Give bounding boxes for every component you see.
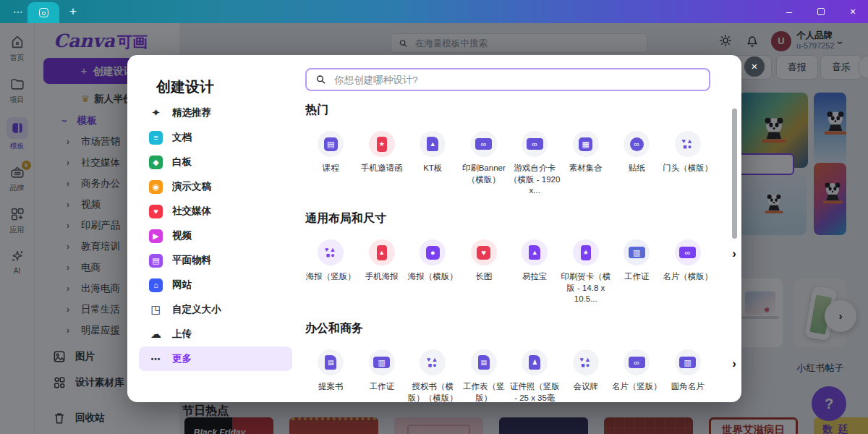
menu-item-icon: ≡	[149, 131, 163, 145]
design-type-tile[interactable]: ▦ 素材集合	[561, 131, 612, 197]
menu-item-icon: •••	[149, 352, 163, 366]
create-design-modal: 创建设计 ✦ 精选推荐 ≡ 文档 ◆ 白板 ◉ 演示文稿 ♥ 社交媒体 ▶ 视频…	[127, 55, 741, 402]
tile-icon: ∞	[471, 131, 497, 157]
design-type-tile[interactable]: ▲ 易拉宝	[509, 239, 561, 305]
section-title: 热门	[305, 103, 733, 118]
design-type-tile[interactable]: ▤ 工作表（竖版）	[459, 349, 510, 402]
maximize-icon	[817, 8, 825, 15]
design-type-tile[interactable]: ∞ 贴纸	[611, 131, 663, 197]
design-type-tile[interactable]: ♥▲■● 会议牌	[561, 349, 612, 402]
menu-item-icon: ♥	[149, 205, 163, 218]
design-section: 办公和商务 ▤ 提案书 ▥ 工作证 ♥▲■● 授权书（横版）（横版） ▤ 工作表…	[305, 321, 733, 402]
tile-icon: ∞	[624, 131, 650, 157]
search-icon	[315, 74, 326, 85]
tile-icon: ▲	[522, 239, 548, 265]
tile-icon: ▦	[573, 131, 599, 157]
modal-menu-item[interactable]: ◉ 演示文稿	[139, 174, 292, 199]
modal-menu-item[interactable]: ♥ 社交媒体	[139, 199, 292, 224]
tile-icon: ▥	[675, 349, 701, 375]
modal-menu-item[interactable]: ◳ 自定义大小	[139, 297, 292, 322]
modal-menu-item[interactable]: ≡ 文档	[139, 125, 292, 150]
modal-menu-item[interactable]: ◆ 白板	[139, 150, 292, 174]
modal-menu-item[interactable]: ▶ 视频	[139, 224, 292, 248]
design-type-tile[interactable]: ∞ 游戏自介卡（横版 - 1920 x...	[509, 131, 561, 197]
browser-tab-active[interactable]	[27, 2, 59, 23]
design-type-tile[interactable]: ▲ KT板	[407, 131, 459, 197]
design-type-tile[interactable]: ▥ 工作证	[611, 239, 663, 305]
design-type-tile[interactable]: ∞ 名片（横版）	[663, 239, 714, 305]
design-type-tile[interactable]: ♥ 长图	[459, 239, 510, 305]
tile-icon: ▤	[318, 131, 344, 157]
design-type-menu: ✦ 精选推荐 ≡ 文档 ◆ 白板 ◉ 演示文稿 ♥ 社交媒体 ▶ 视频 ▤ 平面…	[139, 101, 292, 371]
tile-icon: ▥	[369, 349, 395, 375]
design-type-tile[interactable]: ♥▲■● 海报（竖版）	[305, 239, 357, 305]
design-type-tile[interactable]: ∞ 名片（竖版）	[611, 349, 663, 402]
tile-icon: ★	[573, 239, 599, 265]
tile-icon: ∞	[624, 349, 650, 375]
tile-icon: ♟	[522, 349, 548, 375]
app-canvas: 首页 项目 模板 ♛ 品牌 应用 AI	[0, 23, 868, 434]
window-titlebar: ⋯ + – ×	[0, 0, 868, 23]
tile-icon: ▤	[471, 349, 497, 375]
tile-icon: ▤	[318, 349, 344, 375]
design-type-tile[interactable]: ∞ 印刷Banner（横版）	[459, 131, 510, 197]
design-type-tile[interactable]: ★ 手机邀请函	[357, 131, 408, 197]
tile-icon: ♥▲■●	[675, 131, 701, 157]
design-section: 热门 ▤ 课程 ★ 手机邀请函 ▲ KT板 ∞ 印刷Banner（横版） ∞ 游…	[305, 103, 733, 197]
home-tab-icon	[39, 8, 48, 17]
design-search-bar[interactable]	[305, 68, 710, 91]
design-type-tile[interactable]: ▤ 课程	[305, 131, 357, 197]
close-window-button[interactable]: ×	[848, 0, 858, 23]
tile-icon: ♥	[471, 239, 497, 265]
modal-menu-item[interactable]: ☁ 上传	[139, 322, 292, 346]
design-type-tile[interactable]: ▲ 手机海报	[357, 239, 408, 305]
section-scroll-right-button[interactable]: ›	[728, 246, 741, 262]
minimize-button[interactable]: –	[784, 0, 794, 23]
modal-menu-item[interactable]: ••• 更多	[139, 346, 292, 371]
menu-item-icon: ◳	[149, 303, 163, 317]
tile-icon: ∞	[522, 131, 548, 157]
tile-row: ▤ 课程 ★ 手机邀请函 ▲ KT板 ∞ 印刷Banner（横版） ∞ 游戏自介…	[305, 131, 733, 197]
design-type-tile[interactable]: ♟ 证件照（竖版 - 25 x 35毫米）	[509, 349, 561, 402]
modal-menu-item[interactable]: ⌂ 网站	[139, 273, 292, 297]
tile-icon: ▥	[624, 239, 650, 265]
design-type-tile[interactable]: ★ 印刷贺卡（横版 - 14.8 x 10.5...	[561, 239, 612, 305]
modal-title: 创建设计	[156, 77, 214, 97]
tile-icon: ★	[369, 131, 395, 157]
modal-close-button[interactable]: ×	[744, 56, 765, 77]
tile-icon: ♥▲■●	[420, 349, 446, 375]
section-title: 办公和商务	[305, 321, 733, 336]
menu-item-icon: ✦	[149, 106, 163, 120]
menu-item-icon: ▶	[149, 229, 163, 243]
tile-icon: ∞	[675, 239, 701, 265]
modal-scrollbar-thumb[interactable]	[732, 109, 737, 239]
tile-icon: ♥▲■●	[318, 239, 344, 265]
tile-icon: ●	[420, 239, 446, 265]
design-type-tile[interactable]: ▥ 工作证	[357, 349, 408, 402]
design-type-tile[interactable]: ▤ 提案书	[305, 349, 357, 402]
tile-icon: ▲	[420, 131, 446, 157]
menu-item-icon: ◆	[149, 156, 163, 169]
menu-item-icon: ⌂	[149, 278, 163, 292]
window-controls: – ×	[784, 0, 868, 23]
menu-item-icon: ◉	[149, 180, 163, 194]
menu-item-icon: ☁	[149, 328, 163, 341]
maximize-button[interactable]	[816, 0, 826, 23]
design-section: 通用布局和尺寸 ♥▲■● 海报（竖版） ▲ 手机海报 ● 海报（横版） ♥ 长图…	[305, 211, 733, 305]
tile-icon: ♥▲■●	[573, 349, 599, 375]
design-search-input[interactable]	[333, 74, 700, 86]
design-type-tile[interactable]: ♥▲■● 门头（横版）	[663, 131, 714, 197]
modal-menu-item[interactable]: ▤ 平面物料	[139, 248, 292, 273]
new-tab-button[interactable]: +	[65, 0, 81, 23]
section-title: 通用布局和尺寸	[305, 211, 733, 226]
tile-row: ♥▲■● 海报（竖版） ▲ 手机海报 ● 海报（横版） ♥ 长图 ▲ 易拉宝 ★…	[305, 239, 733, 305]
tile-icon: ▲	[369, 239, 395, 265]
modal-menu-item[interactable]: ✦ 精选推荐	[139, 101, 292, 125]
design-type-tile[interactable]: ♥▲■● 授权书（横版）（横版）	[407, 349, 459, 402]
tile-row: ▤ 提案书 ▥ 工作证 ♥▲■● 授权书（横版）（横版） ▤ 工作表（竖版） ♟…	[305, 349, 733, 402]
section-scroll-right-button[interactable]: ›	[728, 356, 741, 372]
menu-item-icon: ▤	[149, 254, 163, 268]
design-type-tile[interactable]: ▥ 圆角名片	[663, 349, 714, 402]
browser-menu-button[interactable]: ⋯	[9, 5, 26, 18]
design-type-tile[interactable]: ● 海报（横版）	[407, 239, 459, 305]
